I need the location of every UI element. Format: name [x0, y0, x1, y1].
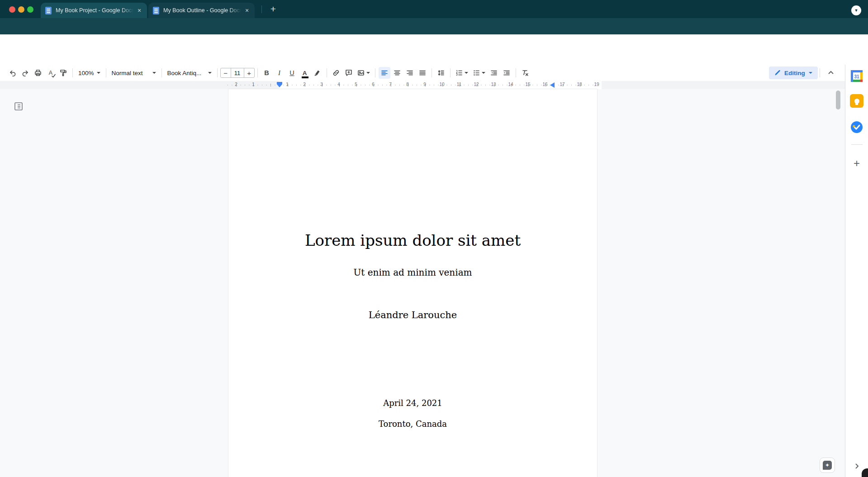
insert-link-icon[interactable]	[330, 67, 342, 79]
doc-text-subtitle[interactable]: Ut enim ad minim veniam	[228, 267, 597, 278]
right-indent-marker[interactable]	[550, 82, 555, 88]
horizontal-ruler[interactable]: 21 12345678910111213141516171819	[0, 81, 845, 89]
mode-label: Editing	[784, 70, 805, 76]
align-justify-button[interactable]	[417, 67, 428, 79]
collapse-panel-chevron-icon[interactable]	[850, 459, 863, 473]
ruler-number: 13	[491, 82, 496, 87]
get-addons-button[interactable]: +	[850, 157, 863, 170]
ruler-number: 10	[439, 82, 445, 87]
hide-menus-icon[interactable]	[825, 67, 837, 79]
highlight-color-icon[interactable]	[312, 67, 323, 79]
ruler-number: 4	[336, 82, 342, 87]
browser-tab-bar: My Book Project - Google Docs × My Book …	[0, 0, 868, 18]
ruler-number: 11	[456, 82, 462, 87]
ruler-number: 1	[285, 82, 290, 87]
ruler-number: 7	[388, 82, 393, 87]
doc-text-title[interactable]: Lorem ipsum dolor sit amet	[228, 231, 597, 249]
print-icon[interactable]	[32, 67, 44, 79]
google-side-panel: 31 +	[845, 65, 868, 477]
tab-divider	[261, 5, 262, 13]
undo-icon[interactable]	[7, 67, 19, 79]
ruler-number: 12	[474, 82, 479, 87]
doc-text-location[interactable]: Toronto, Canada	[228, 419, 597, 429]
decrease-font-size-icon[interactable]: −	[221, 68, 231, 77]
ruler-number: 2	[302, 82, 307, 87]
align-left-button[interactable]	[379, 67, 390, 79]
formatting-toolbar: A 100% Normal text Book Antiq... − 11 + …	[0, 65, 845, 81]
ruler-number: 14	[508, 82, 513, 87]
insert-image-icon[interactable]	[356, 67, 372, 79]
ruler-number: 6	[370, 82, 376, 87]
side-panel-divider	[851, 144, 863, 145]
keep-icon[interactable]	[850, 94, 863, 108]
clear-formatting-icon[interactable]	[519, 67, 531, 79]
paint-format-icon[interactable]	[57, 67, 69, 79]
spellcheck-icon[interactable]: A	[45, 67, 57, 79]
show-outline-icon[interactable]	[14, 101, 24, 111]
redo-icon[interactable]	[19, 67, 31, 79]
align-right-button[interactable]	[404, 67, 416, 79]
bulleted-list-icon[interactable]	[471, 67, 487, 79]
increase-font-size-icon[interactable]: +	[244, 68, 254, 77]
tab-search-chevron-icon[interactable]: ▼	[851, 5, 861, 15]
macos-close-button[interactable]	[9, 6, 15, 13]
docs-favicon	[153, 7, 159, 14]
ruler-number: 9	[422, 82, 427, 87]
tab-title: My Book Project - Google Docs	[56, 7, 135, 14]
zoom-select[interactable]: 100%	[76, 67, 103, 79]
browser-tab[interactable]: My Book Outline - Google Docs ×	[148, 3, 255, 18]
mode-select[interactable]: Editing	[769, 67, 818, 79]
macos-minimize-button[interactable]	[18, 6, 24, 13]
ruler-number: 18	[577, 82, 582, 87]
line-spacing-icon[interactable]	[435, 67, 447, 79]
docs-header: My Book Project ☆ FileEditViewInsertForm…	[0, 34, 868, 65]
svg-text:31: 31	[854, 74, 859, 79]
ruler-number: 17	[560, 82, 565, 87]
tasks-icon[interactable]	[850, 120, 863, 134]
ruler-number: 3	[319, 82, 324, 87]
explore-icon: ✦	[823, 461, 832, 470]
tab-close-icon[interactable]: ×	[135, 7, 143, 14]
font-size-value[interactable]: 11	[231, 68, 244, 77]
browser-url-bar: docs.google.com/document/d/1jwDCFxIxW4G-…	[0, 18, 868, 34]
document-page[interactable]: Lorem ipsum dolor sit amet Ut enim ad mi…	[228, 89, 597, 477]
macos-fullscreen-button[interactable]	[27, 6, 33, 13]
decrease-indent-icon[interactable]	[488, 67, 500, 79]
calendar-icon[interactable]: 31	[850, 69, 863, 83]
left-indent-marker[interactable]	[277, 82, 282, 84]
ruler-number: 8	[405, 82, 410, 87]
docs-favicon	[45, 7, 52, 14]
text-color-button[interactable]: A	[299, 67, 311, 79]
paragraph-style-select[interactable]: Normal text	[109, 67, 159, 79]
bold-button[interactable]: B	[261, 67, 273, 79]
add-comment-icon[interactable]	[343, 67, 355, 79]
increase-indent-icon[interactable]	[501, 67, 512, 79]
pencil-icon	[774, 70, 781, 76]
explore-button[interactable]: ✦	[820, 458, 835, 473]
tab-strip: My Book Project - Google Docs × My Book …	[41, 3, 256, 18]
ruler-number: 15	[525, 82, 531, 87]
ruler-number: 19	[594, 82, 599, 87]
document-area: Lorem ipsum dolor sit amet Ut enim ad mi…	[0, 89, 845, 477]
underline-button[interactable]: U	[286, 67, 298, 79]
doc-text-author[interactable]: Léandre Larouche	[228, 310, 597, 320]
font-size-control: − 11 +	[220, 68, 255, 78]
doc-text-date[interactable]: April 24, 2021	[228, 398, 597, 408]
vertical-scrollbar[interactable]	[836, 91, 840, 110]
ruler-number: 1	[251, 82, 256, 87]
tab-title: My Book Outline - Google Docs	[163, 7, 243, 14]
ruler-number: 16	[542, 82, 548, 87]
font-select[interactable]: Book Antiq...	[165, 67, 214, 79]
tab-close-icon[interactable]: ×	[243, 7, 251, 14]
numbered-list-icon[interactable]	[454, 67, 470, 79]
italic-button[interactable]: I	[274, 67, 285, 79]
ruler-number: 2	[233, 82, 239, 87]
browser-tab[interactable]: My Book Project - Google Docs ×	[41, 3, 147, 18]
new-tab-button[interactable]: +	[267, 3, 280, 15]
ruler-number: 5	[353, 82, 359, 87]
align-center-button[interactable]	[391, 67, 403, 79]
ruler-margin-numbers: 21	[233, 82, 256, 87]
